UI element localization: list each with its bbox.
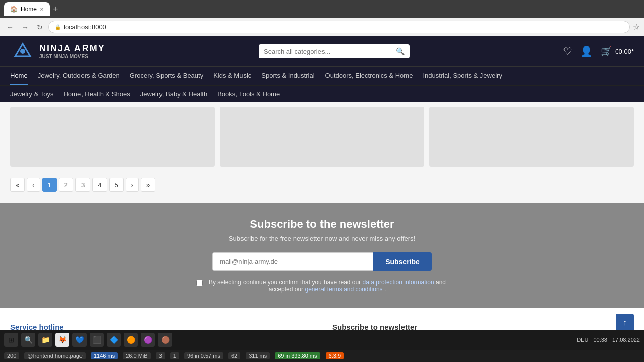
cart-price: €0.00* — [615, 48, 634, 55]
taskbar-app2-icon[interactable]: 🟠 — [124, 333, 138, 347]
tab-title: Home — [21, 6, 37, 13]
taskbar-vs-icon[interactable]: 💙 — [72, 333, 87, 347]
new-tab-button[interactable]: + — [50, 4, 61, 15]
lock-icon: 🔒 — [55, 24, 61, 30]
status-n62: 62 — [228, 352, 240, 359]
taskbar-app1-icon[interactable]: 🔷 — [107, 333, 121, 347]
product-card[interactable] — [429, 107, 634, 167]
taskbar-app4-icon[interactable]: 🟤 — [158, 333, 172, 347]
wishlist-icon[interactable]: ♡ — [563, 45, 572, 57]
status-version: 6.3.9 — [326, 352, 344, 359]
nav-item-home[interactable]: Home — [10, 67, 28, 85]
data-protection-link[interactable]: data protection information — [363, 279, 434, 286]
logo-sub: JUST NINJA MOVES — [39, 54, 105, 59]
browser-navigation: ← → ↻ 🔒 localhost:8000 ☆ — [0, 18, 644, 36]
status-d3: 3 — [156, 352, 165, 359]
pagination-first[interactable]: « — [10, 178, 25, 192]
site-header: NINJA ARMY JUST NINJA MOVES 🔍 ♡ 👤 🛒 €0.0… — [0, 36, 644, 66]
status-code: 200 — [4, 352, 19, 359]
browser-tab[interactable]: 🏠 Home ✕ — [4, 2, 50, 16]
newsletter-subscribe-button[interactable]: Subscribe — [373, 252, 432, 271]
pagination-last[interactable]: » — [141, 178, 155, 192]
tab-bar: 🏠 Home ✕ + — [0, 0, 644, 18]
header-actions: ♡ 👤 🛒 €0.00* — [563, 45, 634, 57]
nav-item-jewelry-outdoors[interactable]: Jewelry, Outdoors & Garden — [38, 67, 120, 85]
nav-item-jewelry-baby[interactable]: Jewelry, Baby & Health — [140, 86, 207, 102]
logo-icon — [10, 41, 35, 61]
tray-lang: DEU — [577, 337, 588, 343]
tray-time: 00:38 — [593, 337, 607, 343]
bookmark-icon[interactable]: ☆ — [633, 22, 640, 32]
newsletter-form: Subscribe — [10, 252, 634, 271]
status-bar: 200 @frontend.home.page 1146 ms 26.0 MiB… — [0, 350, 644, 362]
taskbar-code-icon[interactable]: ⬛ — [90, 333, 104, 347]
search-bar[interactable]: 🔍 — [259, 44, 410, 58]
logo-text: NINJA ARMY — [39, 43, 105, 53]
url-text: localhost:8000 — [64, 23, 623, 31]
nav-item-jewelry-toys[interactable]: Jewelry & Toys — [10, 86, 53, 102]
tray-date: 17.08.2022 — [612, 337, 640, 343]
product-card[interactable] — [10, 107, 215, 167]
nav-item-home-health[interactable]: Home, Health & Shoes — [63, 86, 130, 102]
address-bar[interactable]: 🔒 localhost:8000 — [48, 21, 630, 33]
taskbar: ⊞ 🔍 📁 🦊 💙 ⬛ 🔷 🟠 🟣 🟤 DEU 00:38 17.08.2022 — [0, 330, 644, 350]
cart-button[interactable]: 🛒 €0.00* — [601, 46, 634, 57]
pagination-page-4[interactable]: 4 — [92, 178, 107, 192]
pagination-page-1[interactable]: 1 — [42, 178, 57, 192]
status-n96: 96 in 0.57 ms — [184, 352, 223, 359]
primary-navigation: Home Jewelry, Outdoors & Garden Grocery,… — [0, 66, 644, 85]
scroll-to-top-button[interactable]: ↑ — [616, 314, 634, 332]
cart-icon: 🛒 — [601, 46, 612, 57]
tab-favicon: 🏠 — [10, 6, 18, 13]
nav-item-books-tools[interactable]: Books, Tools & Home — [217, 86, 280, 102]
refresh-button[interactable]: ↻ — [34, 22, 45, 32]
nav-item-kids-music[interactable]: Kids & Music — [213, 67, 251, 85]
taskbar-explorer-icon[interactable]: 📁 — [38, 333, 52, 347]
newsletter-subtitle: Subscribe for the free newsletter now an… — [10, 235, 634, 242]
newsletter-consent-checkbox[interactable] — [196, 280, 203, 286]
pagination: « ‹ 1 2 3 4 5 › » — [10, 172, 634, 198]
status-n69: 69 in 393.80 ms — [275, 352, 320, 359]
pagination-page-5[interactable]: 5 — [109, 178, 124, 192]
newsletter-consent: By selecting continue you confirm that y… — [196, 279, 448, 293]
status-ms: 311 ms — [246, 352, 270, 359]
status-memory: 26.0 MiB — [123, 352, 150, 359]
newsletter-title: Subscribe to the newsletter — [10, 218, 634, 231]
product-grid — [10, 107, 634, 167]
svg-point-1 — [20, 49, 25, 54]
taskbar-search-icon[interactable]: 🔍 — [21, 333, 35, 347]
newsletter-consent-text: By selecting continue you confirm that y… — [207, 279, 448, 293]
search-input[interactable] — [264, 48, 396, 55]
system-tray: DEU 00:38 17.08.2022 — [577, 337, 640, 343]
nav-item-outdoors-electronics[interactable]: Outdoors, Electronics & Home — [325, 67, 413, 85]
back-button[interactable]: ← — [4, 22, 16, 32]
tab-close-button[interactable]: ✕ — [40, 7, 44, 12]
main-content: « ‹ 1 2 3 4 5 › » — [0, 102, 644, 203]
product-card[interactable] — [220, 107, 425, 167]
pagination-page-2[interactable]: 2 — [59, 178, 73, 192]
account-icon[interactable]: 👤 — [580, 45, 593, 57]
taskbar-windows-icon[interactable]: ⊞ — [4, 333, 18, 347]
newsletter-section: Subscribe to the newsletter Subscribe fo… — [0, 203, 644, 308]
logo[interactable]: NINJA ARMY JUST NINJA MOVES — [10, 41, 105, 61]
status-route: @frontend.home.page — [24, 352, 86, 359]
forward-button[interactable]: → — [19, 22, 31, 32]
status-time: 1146 ms — [91, 352, 118, 359]
search-icon: 🔍 — [396, 47, 405, 55]
newsletter-email-input[interactable] — [212, 252, 373, 271]
status-d1: 1 — [170, 352, 179, 359]
pagination-prev[interactable]: ‹ — [27, 178, 40, 192]
nav-item-industrial-sports[interactable]: Industrial, Sports & Jewelry — [423, 67, 502, 85]
terms-link[interactable]: general terms and conditions — [305, 286, 382, 293]
nav-item-grocery-sports[interactable]: Grocery, Sports & Beauty — [130, 67, 203, 85]
pagination-page-3[interactable]: 3 — [75, 178, 90, 192]
taskbar-app3-icon[interactable]: 🟣 — [141, 333, 155, 347]
pagination-next[interactable]: › — [126, 178, 139, 192]
taskbar-firefox-icon[interactable]: 🦊 — [55, 333, 69, 347]
nav-item-sports-industrial[interactable]: Sports & Industrial — [261, 67, 314, 85]
secondary-navigation: Jewelry & Toys Home, Health & Shoes Jewe… — [0, 85, 644, 102]
